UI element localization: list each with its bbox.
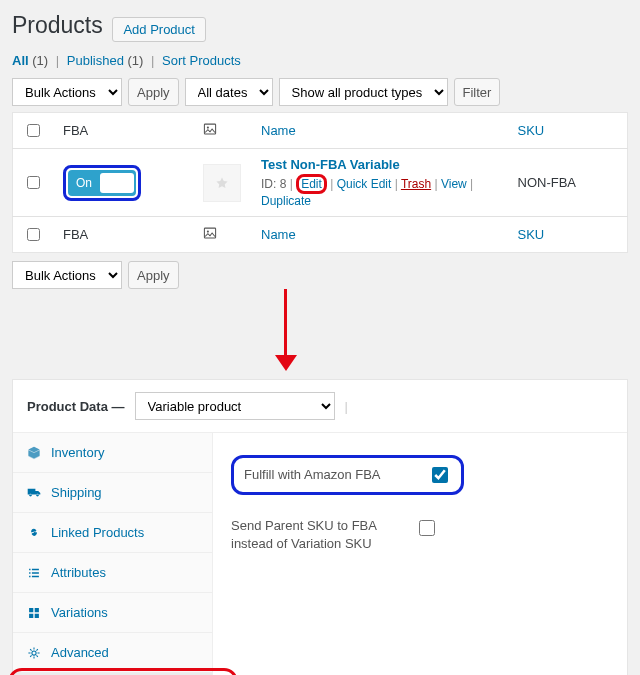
product-data-panel: Fulfill with Amazon FBA Send Parent SKU … bbox=[213, 433, 627, 675]
tab-linked-products[interactable]: Linked Products bbox=[13, 513, 212, 553]
sort-products-link[interactable]: Sort Products bbox=[162, 53, 241, 68]
parent-sku-checkbox[interactable] bbox=[419, 520, 435, 536]
products-table: FBA Name SKU On bbox=[12, 112, 628, 253]
col-sku-header[interactable]: SKU bbox=[518, 123, 545, 138]
fulfill-fba-checkbox[interactable] bbox=[432, 467, 448, 483]
product-type-select[interactable]: Show all product types bbox=[279, 78, 448, 106]
tab-advanced[interactable]: Advanced bbox=[13, 633, 212, 673]
highlight-toggle: On bbox=[63, 165, 141, 201]
link-icon bbox=[27, 526, 41, 540]
view-link[interactable]: View bbox=[441, 177, 467, 191]
highlight-fulfill-option: Fulfill with Amazon FBA bbox=[231, 455, 464, 495]
fulfill-fba-label: Fulfill with Amazon FBA bbox=[244, 466, 414, 484]
apply-bulk-button[interactable]: Apply bbox=[128, 78, 179, 106]
annotation-arrow bbox=[12, 289, 628, 379]
col-sku-footer[interactable]: SKU bbox=[518, 227, 545, 242]
tab-shipping[interactable]: Shipping bbox=[13, 473, 212, 513]
filter-all-link[interactable]: All bbox=[12, 53, 29, 68]
col-name-header[interactable]: Name bbox=[261, 123, 296, 138]
filter-button[interactable]: Filter bbox=[454, 78, 501, 106]
quick-edit-link[interactable]: Quick Edit bbox=[337, 177, 392, 191]
trash-link[interactable]: Trash bbox=[401, 177, 431, 191]
image-icon bbox=[203, 226, 217, 240]
bulk-actions-select[interactable]: Bulk Actions bbox=[12, 78, 122, 106]
product-data-heading: Product Data — bbox=[27, 399, 125, 414]
status-filter-links: All (1) | Published (1) | Sort Products bbox=[12, 53, 628, 68]
product-type-dropdown[interactable]: Variable product bbox=[135, 392, 335, 420]
inventory-icon bbox=[27, 446, 41, 460]
col-image-footer[interactable] bbox=[193, 217, 251, 253]
fba-toggle-label: On bbox=[76, 176, 92, 190]
select-all-checkbox-foot[interactable] bbox=[27, 228, 40, 241]
filter-published-link[interactable]: Published bbox=[67, 53, 124, 68]
highlight-edit: Edit bbox=[296, 174, 327, 194]
page-title: Products bbox=[12, 12, 103, 39]
product-data-tabs: Inventory Shipping Linked Products Attri… bbox=[13, 433, 213, 675]
gear-icon bbox=[27, 646, 41, 660]
product-thumbnail[interactable] bbox=[203, 164, 241, 202]
parent-sku-label: Send Parent SKU to FBA instead of Variat… bbox=[231, 517, 401, 553]
filter-all-count: (1) bbox=[32, 53, 48, 68]
placeholder-icon bbox=[215, 176, 229, 190]
truck-icon bbox=[27, 486, 41, 500]
tab-attributes[interactable]: Attributes bbox=[13, 553, 212, 593]
row-select-checkbox[interactable] bbox=[27, 176, 40, 189]
date-filter-select[interactable]: All dates bbox=[185, 78, 273, 106]
col-fba-footer: FBA bbox=[53, 217, 193, 253]
svg-point-1 bbox=[207, 127, 209, 129]
image-icon bbox=[203, 122, 217, 136]
table-row: On Test Non-FBA Variable ID: 8 | Edit bbox=[13, 149, 628, 217]
svg-point-4 bbox=[32, 650, 36, 654]
apply-bulk-button-bottom[interactable]: Apply bbox=[128, 261, 179, 289]
row-id: ID: 8 bbox=[261, 177, 286, 191]
product-title-link[interactable]: Test Non-FBA Variable bbox=[261, 157, 400, 172]
fba-toggle-knob bbox=[100, 173, 134, 193]
fba-toggle[interactable]: On bbox=[68, 170, 136, 196]
col-image-header[interactable] bbox=[193, 113, 251, 149]
product-data-box: Product Data — Variable product | Invent… bbox=[12, 379, 628, 675]
select-all-checkbox[interactable] bbox=[27, 124, 40, 137]
bottom-bulk-actions: Bulk Actions Apply bbox=[12, 261, 628, 289]
duplicate-link[interactable]: Duplicate bbox=[261, 194, 311, 208]
top-filters: Bulk Actions Apply All dates Show all pr… bbox=[12, 78, 628, 106]
bulk-actions-select-bottom[interactable]: Bulk Actions bbox=[12, 261, 122, 289]
tab-inventory[interactable]: Inventory bbox=[13, 433, 212, 473]
list-icon bbox=[27, 566, 41, 580]
row-actions: ID: 8 | Edit | Quick Edit | Trash | View… bbox=[261, 174, 498, 208]
edit-link[interactable]: Edit bbox=[301, 177, 322, 191]
filter-published-count: (1) bbox=[128, 53, 144, 68]
col-fba-header: FBA bbox=[53, 113, 193, 149]
row-sku: NON-FBA bbox=[508, 149, 628, 217]
svg-point-3 bbox=[207, 231, 209, 233]
col-name-footer[interactable]: Name bbox=[261, 227, 296, 242]
tab-variations[interactable]: Variations bbox=[13, 593, 212, 633]
add-product-button[interactable]: Add Product bbox=[112, 17, 206, 42]
grid-icon bbox=[27, 606, 41, 620]
